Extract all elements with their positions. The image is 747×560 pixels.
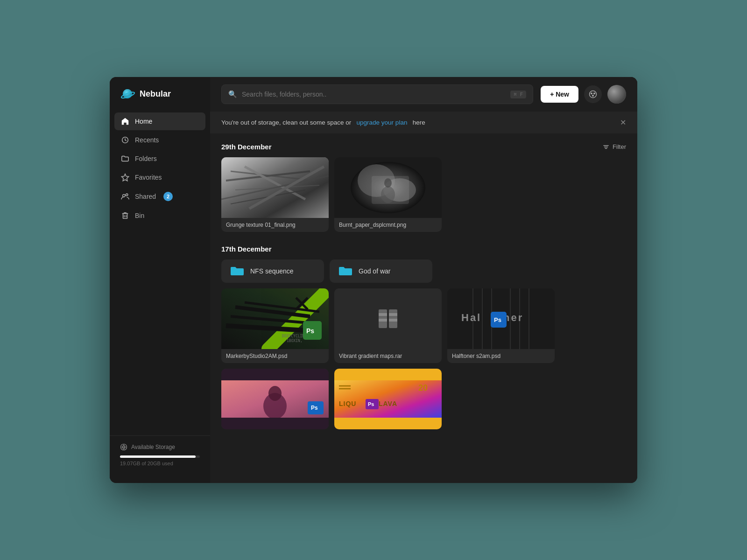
shared-badge: 2 — [163, 192, 173, 201]
svg-point-6 — [126, 194, 128, 196]
folder-grid: NFS sequence God of war — [221, 259, 626, 283]
file-card-liquid[interactable]: 20 LIQU LAVA Ps — [334, 369, 442, 429]
app-title: Nebular — [140, 89, 171, 99]
svg-point-10 — [590, 91, 597, 98]
svg-text:Ps: Ps — [311, 405, 318, 411]
banner-close-button[interactable]: ✕ — [620, 118, 626, 127]
svg-point-12 — [594, 93, 595, 94]
sidebar-label-recents: Recents — [135, 136, 159, 144]
storage-banner: You're out of storage, clean out some sp… — [210, 112, 637, 133]
svg-text:Ps: Ps — [368, 401, 374, 407]
svg-point-65 — [268, 386, 282, 401]
shared-icon — [121, 192, 129, 201]
svg-text:1BOXIN,: 1BOXIN, — [287, 339, 303, 343]
sidebar-item-favorites[interactable]: Favorites — [114, 168, 205, 186]
new-button[interactable]: + New — [541, 86, 578, 103]
sidebar-label-folders: Folders — [135, 155, 157, 162]
svg-text:Ps: Ps — [306, 327, 314, 335]
files-grid-row1: DOXYCYCLINE, 1BOXIN, Ps MarkerbyStudio2A… — [221, 288, 626, 363]
svg-point-31 — [381, 186, 395, 203]
folder-label-nfs: NFS sequence — [250, 267, 294, 275]
file-card-burnt[interactable]: Burnt_paper_dsplcmnt.png — [334, 157, 442, 232]
files-grid-row2: Ps — [221, 369, 626, 429]
svg-rect-49 — [389, 313, 397, 316]
section-title-dec29: 29th December — [221, 143, 272, 151]
palette-icon — [588, 90, 598, 99]
svg-rect-51 — [389, 319, 397, 322]
logo-icon — [120, 86, 135, 101]
file-label-burnt: Burnt_paper_dsplcmnt.png — [334, 218, 442, 232]
section-title-dec17: 17th December — [221, 245, 272, 253]
pink-ps-thumb: Ps — [221, 380, 329, 418]
folder-label-gow: God of war — [359, 267, 390, 275]
logo-area: Nebular — [110, 86, 210, 112]
file-card-pink-ps[interactable]: Ps — [221, 369, 329, 429]
favorites-icon — [121, 173, 129, 182]
filter-icon — [602, 143, 610, 151]
section-header-dec17: 17th December — [221, 245, 626, 253]
svg-text:20: 20 — [418, 383, 428, 392]
svg-point-5 — [123, 195, 125, 197]
sidebar-item-home[interactable]: Home — [114, 112, 205, 130]
file-card-marker[interactable]: DOXYCYCLINE, 1BOXIN, Ps MarkerbyStudio2A… — [221, 288, 329, 363]
sidebar-item-shared[interactable]: Shared 2 — [114, 187, 205, 206]
nav-menu: Home Recents Folders — [110, 112, 210, 435]
search-shortcut: ⌘ F — [510, 91, 526, 98]
file-card-vibrant[interactable]: Vibrant gradient maps.rar — [334, 288, 442, 363]
search-bar[interactable]: 🔍 ⌘ F — [221, 84, 533, 104]
sidebar: Nebular Home Recents — [110, 77, 210, 483]
svg-text:Ps: Ps — [494, 316, 501, 323]
svg-text:Hal: Hal — [461, 312, 481, 323]
marker-thumb: DOXYCYCLINE, 1BOXIN, Ps — [221, 288, 329, 349]
sidebar-item-folders[interactable]: Folders — [114, 150, 205, 168]
sidebar-label-home: Home — [135, 118, 152, 125]
upgrade-link[interactable]: upgrade your plan — [357, 119, 408, 126]
file-card-grunge[interactable]: Grunge texture 01_final.png — [221, 157, 329, 232]
sidebar-label-favorites: Favorites — [135, 174, 162, 181]
svg-rect-48 — [379, 313, 387, 316]
svg-rect-7 — [123, 214, 127, 219]
section-dec17: 17th December NFS sequence God of — [221, 245, 626, 429]
folder-icon-nfs — [231, 266, 244, 276]
folder-card-gow[interactable]: God of war — [330, 259, 432, 283]
storage-section: Available Storage 19.07GB of 20GB used — [110, 435, 210, 474]
storage-bar-fill — [120, 455, 196, 458]
header-actions: + New — [541, 85, 626, 104]
app-window: Nebular Home Recents — [110, 77, 637, 483]
sidebar-item-recents[interactable]: Recents — [114, 131, 205, 149]
section-header-dec29: 29th December Filter — [221, 143, 626, 151]
sidebar-item-bin[interactable]: Bin — [114, 207, 205, 224]
banner-message: You're out of storage, clean out some sp… — [221, 119, 425, 126]
search-icon: 🔍 — [228, 90, 237, 98]
home-icon — [121, 117, 129, 126]
file-label-vibrant: Vibrant gradient maps.rar — [334, 349, 442, 363]
file-label-halftoner: Halftoner s2am.psd — [447, 349, 555, 363]
rar-icon — [379, 309, 397, 328]
svg-text:LIQU: LIQU — [339, 400, 356, 407]
file-card-halftoner[interactable]: Hal ner Ps Halftoner s2am.psd — [447, 288, 555, 363]
avatar[interactable] — [607, 85, 626, 104]
svg-text:LAVA: LAVA — [379, 400, 397, 407]
svg-rect-50 — [379, 319, 387, 322]
folders-icon — [121, 154, 129, 163]
folder-card-nfs[interactable]: NFS sequence — [221, 259, 324, 283]
search-input[interactable] — [242, 91, 506, 98]
folder-icon-gow — [339, 266, 352, 276]
svg-marker-4 — [121, 174, 128, 181]
storage-icon — [120, 443, 127, 451]
liquid-thumb: 20 LIQU LAVA Ps — [334, 380, 442, 418]
file-label-marker: MarkerbyStudio2AM.psd — [221, 349, 329, 363]
filter-button[interactable]: Filter — [602, 143, 626, 151]
burnt-thumb — [334, 157, 442, 218]
recents-icon — [121, 136, 129, 144]
content-area: 29th December Filter — [210, 133, 637, 483]
file-label-grunge: Grunge texture 01_final.png — [221, 218, 329, 232]
svg-point-11 — [591, 93, 592, 94]
sidebar-label-shared: Shared — [135, 193, 156, 200]
storage-usage-text: 19.07GB of 20GB used — [120, 461, 200, 466]
section-dec29: 29th December Filter — [221, 143, 626, 232]
avatar-image — [607, 85, 626, 104]
palette-button[interactable] — [584, 85, 602, 103]
storage-bar-background — [120, 455, 200, 458]
sidebar-label-bin: Bin — [135, 212, 144, 219]
